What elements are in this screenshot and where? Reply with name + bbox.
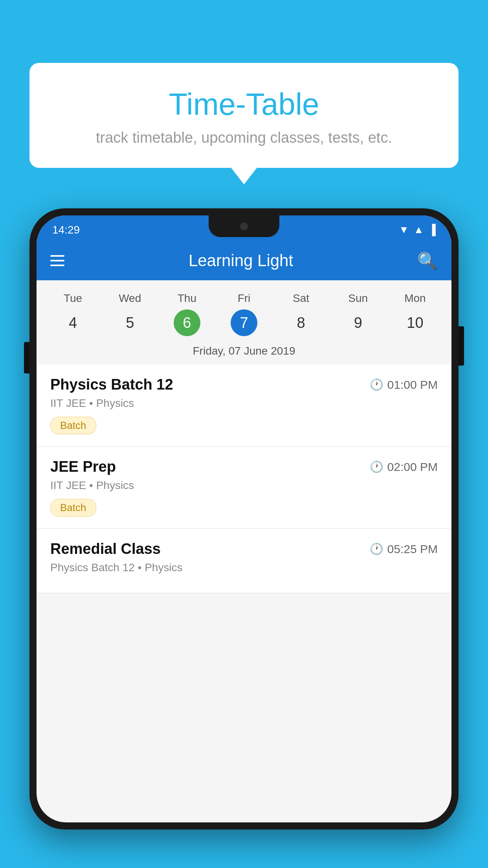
clock-icon: 🕐 (370, 460, 383, 473)
hamburger-menu-icon[interactable] (50, 255, 64, 266)
week-days: Tue4Wed5Thu6Fri7Sat8Sun9Mon10 (37, 288, 451, 340)
app-title: Learning Light (76, 251, 405, 270)
speech-bubble-container: Time-Table track timetable, upcoming cla… (29, 63, 459, 168)
day-col-wed[interactable]: Wed5 (117, 292, 143, 336)
class-detail: Physics Batch 12 • Physics (50, 561, 438, 574)
class-detail: IIT JEE • Physics (50, 479, 438, 492)
batch-badge: Batch (50, 499, 96, 517)
class-name: Physics Batch 12 (50, 376, 173, 393)
phone-outer: 14:29 ▼ ▲ ▐ Learning Light 🔍 (29, 208, 459, 829)
signal-icon: ▲ (414, 224, 424, 236)
day-name: Fri (238, 292, 251, 305)
phone-container: 14:29 ▼ ▲ ▐ Learning Light 🔍 (29, 208, 459, 868)
day-col-fri[interactable]: Fri7 (231, 292, 257, 336)
class-item-header: Physics Batch 12🕐 01:00 PM (50, 376, 438, 393)
selected-date-label: Friday, 07 June 2019 (37, 340, 451, 364)
class-time: 🕐 05:25 PM (370, 542, 438, 556)
class-item-header: Remedial Class🕐 05:25 PM (50, 541, 438, 557)
battery-icon: ▐ (429, 224, 436, 236)
day-name: Sun (348, 292, 368, 305)
day-col-sat[interactable]: Sat8 (288, 292, 314, 336)
day-number: 6 (174, 309, 200, 336)
day-col-tue[interactable]: Tue4 (60, 292, 86, 336)
hamburger-line (50, 260, 64, 261)
phone-inner: 14:29 ▼ ▲ ▐ Learning Light 🔍 (37, 215, 451, 822)
day-name: Sat (293, 292, 309, 305)
status-icons: ▼ ▲ ▐ (399, 224, 436, 236)
speech-bubble: Time-Table track timetable, upcoming cla… (29, 63, 459, 168)
class-time: 🕐 01:00 PM (370, 378, 438, 392)
app-bar: Learning Light 🔍 (37, 241, 451, 280)
bubble-title: Time-Table (53, 86, 435, 122)
class-name: JEE Prep (50, 458, 116, 475)
day-col-sun[interactable]: Sun9 (345, 292, 371, 336)
batch-badge: Batch (50, 417, 96, 434)
search-icon[interactable]: 🔍 (417, 251, 438, 270)
day-number: 4 (60, 309, 86, 336)
calendar-section: Tue4Wed5Thu6Fri7Sat8Sun9Mon10 Friday, 07… (37, 280, 451, 364)
day-number: 7 (231, 309, 257, 336)
class-list: Physics Batch 12🕐 01:00 PMIIT JEE • Phys… (37, 364, 451, 593)
day-name: Tue (64, 292, 82, 305)
class-name: Remedial Class (50, 541, 161, 557)
status-time: 14:29 (52, 224, 80, 236)
day-name: Wed (119, 292, 141, 305)
clock-icon: 🕐 (370, 542, 383, 555)
day-number: 8 (288, 309, 314, 336)
day-name: Thu (178, 292, 196, 305)
class-item[interactable]: JEE Prep🕐 02:00 PMIIT JEE • PhysicsBatch (37, 447, 451, 529)
phone-notch (209, 215, 279, 237)
day-number: 10 (402, 309, 428, 336)
class-item[interactable]: Physics Batch 12🕐 01:00 PMIIT JEE • Phys… (37, 364, 451, 447)
hamburger-line (50, 255, 64, 257)
class-time: 🕐 02:00 PM (370, 460, 438, 474)
clock-icon: 🕐 (370, 378, 383, 391)
day-number: 9 (345, 309, 371, 336)
class-item[interactable]: Remedial Class🕐 05:25 PMPhysics Batch 12… (37, 529, 451, 593)
day-col-thu[interactable]: Thu6 (174, 292, 200, 336)
day-number: 5 (117, 309, 143, 336)
day-col-mon[interactable]: Mon10 (402, 292, 428, 336)
hamburger-line (50, 265, 64, 266)
bubble-subtitle: track timetable, upcoming classes, tests… (53, 129, 435, 146)
wifi-icon: ▼ (399, 224, 409, 236)
class-detail: IIT JEE • Physics (50, 397, 438, 410)
day-name: Mon (404, 292, 426, 305)
notch-camera (240, 223, 248, 230)
class-item-header: JEE Prep🕐 02:00 PM (50, 458, 438, 475)
